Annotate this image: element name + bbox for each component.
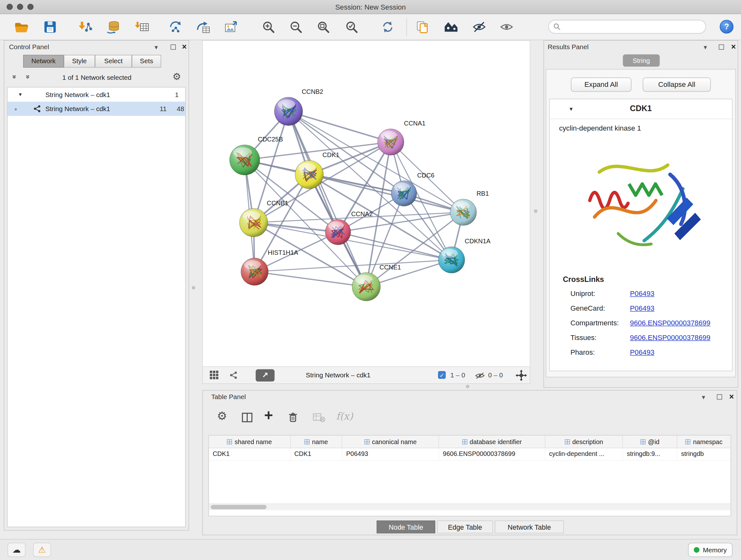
tab-sets[interactable]: Sets — [132, 55, 161, 68]
results-float-panel-icon[interactable] — [719, 44, 724, 50]
float-panel-icon[interactable] — [171, 44, 176, 50]
cell-description[interactable]: cyclin-dependent ... — [545, 448, 623, 460]
cell-namespace[interactable]: stringdb — [677, 448, 731, 460]
hidden-eye-slash-icon — [475, 372, 485, 379]
pharos-link[interactable]: P06493 — [630, 348, 655, 356]
show-columns-icon[interactable] — [242, 412, 253, 423]
network-from-selection-button[interactable] — [167, 18, 184, 36]
scrollbar-thumb[interactable] — [211, 505, 266, 509]
column-type-icon — [462, 439, 467, 444]
import-network-database-button[interactable] — [105, 18, 122, 36]
table-from-network-button[interactable] — [195, 18, 212, 36]
table-close-panel-icon[interactable]: × — [729, 394, 734, 399]
network-options-gear-icon[interactable]: ⚙ — [173, 72, 181, 81]
memory-button[interactable]: Memory — [688, 543, 732, 557]
refresh-view-button[interactable] — [379, 18, 396, 36]
tab-network-table[interactable]: Network Table — [495, 520, 564, 533]
collapse-all-button[interactable]: Collapse All — [643, 78, 711, 91]
compartments-label: Compartments: — [570, 319, 619, 327]
network-view-canvas[interactable]: CCNB2CCNA1CDC25BCDK1CDC6RB1CCNB1CCNA2CDK… — [202, 40, 530, 367]
export-image-icon — [223, 20, 238, 34]
table-header-row: shared name name canonical name database… — [209, 435, 731, 448]
network-collection-row[interactable]: ▼ String Network – cdk1 1 — [8, 87, 185, 102]
cloud-sync-button[interactable]: ☁ — [8, 543, 25, 557]
annotations-button[interactable] — [414, 18, 431, 36]
svg-text:CDC6: CDC6 — [417, 172, 434, 179]
zoom-selected-button[interactable] — [343, 18, 360, 36]
table-panel-menu-icon[interactable]: ▾ — [702, 393, 705, 401]
cell-name[interactable]: CDK1 — [290, 448, 342, 460]
open-session-button[interactable] — [13, 18, 30, 36]
svg-text:CCNE1: CCNE1 — [380, 264, 401, 271]
app-status-bar: ☁ ⚠ Memory — [0, 539, 741, 560]
results-close-panel-icon[interactable]: × — [731, 44, 736, 50]
network-row[interactable]: ● String Network – cdk1 11 48 — [8, 102, 185, 116]
protein-structure-image — [573, 139, 710, 269]
column-header-database-identifier[interactable]: database identifier — [439, 435, 545, 448]
warnings-button[interactable]: ⚠ — [33, 543, 51, 557]
search-input[interactable] — [563, 22, 701, 31]
import-network-file-button[interactable] — [77, 18, 93, 36]
cell-shared-name[interactable]: CDK1 — [209, 448, 291, 460]
expand-all-button[interactable]: Expand All — [571, 78, 631, 91]
column-header-description[interactable]: description — [545, 435, 623, 448]
delete-column-trash-icon[interactable] — [287, 411, 299, 424]
results-panel-menu-icon[interactable]: ▾ — [704, 44, 707, 51]
uniprot-link[interactable]: P06493 — [630, 289, 655, 297]
export-network-image-button[interactable] — [222, 18, 239, 36]
zoom-fit-button[interactable] — [315, 18, 332, 36]
zoom-out-button[interactable] — [287, 18, 304, 36]
memory-label: Memory — [703, 546, 727, 554]
zoom-in-button[interactable] — [260, 18, 277, 36]
tab-string[interactable]: String — [623, 54, 660, 67]
horizontal-splitter-handle[interactable] — [466, 385, 469, 388]
tab-select[interactable]: Select — [95, 55, 132, 68]
table-row[interactable]: CDK1 CDK1 P06493 9606.ENSP00000378699 cy… — [209, 448, 731, 461]
selected-indicator-checkbox[interactable]: ✓ — [438, 371, 446, 379]
tab-edge-table[interactable]: Edge Table — [437, 520, 493, 533]
column-header-id[interactable]: @id — [623, 435, 677, 448]
svg-text:CCNA1: CCNA1 — [404, 120, 426, 127]
window-title: Session: New Session — [0, 0, 741, 14]
open-in-browser-button[interactable]: ↗ — [256, 369, 274, 382]
string-network-graph[interactable]: CCNB2CCNA1CDC25BCDK1CDC6RB1CCNB1CCNA2CDK… — [203, 41, 530, 366]
show-all-button[interactable] — [498, 18, 515, 36]
table-horizontal-scrollbar[interactable] — [209, 503, 731, 510]
cell-id[interactable]: stringdb:9... — [623, 448, 677, 460]
network-view-title: String Network – cdk1 — [306, 367, 370, 383]
column-type-icon — [227, 439, 232, 444]
tab-node-table[interactable]: Node Table — [377, 520, 435, 533]
save-session-button[interactable] — [42, 18, 58, 36]
table-options-gear-icon[interactable]: ⚙ — [217, 411, 227, 421]
column-header-shared-name[interactable]: shared name — [209, 435, 291, 448]
tab-style[interactable]: Style — [64, 55, 95, 68]
tab-network[interactable]: Network — [23, 55, 64, 68]
compartments-link[interactable]: 9606.ENSP00000378699 — [630, 319, 711, 327]
close-panel-icon[interactable]: × — [182, 44, 187, 50]
panel-menu-icon[interactable]: ▾ — [154, 44, 158, 51]
genecard-link[interactable]: P06493 — [630, 304, 655, 312]
import-table-file-button[interactable] — [133, 18, 150, 36]
ndex-button[interactable] — [442, 18, 459, 36]
control-panel-title: Control Panel — [9, 43, 49, 51]
pharos-label: Pharos: — [570, 348, 595, 356]
equation-builder-icon-disabled: f(x) — [336, 410, 353, 422]
cell-canonical-name[interactable]: P06493 — [342, 448, 439, 460]
column-header-namespace[interactable]: namespac — [677, 435, 731, 448]
column-type-icon — [641, 439, 646, 444]
global-search-field[interactable] — [548, 20, 706, 34]
left-splitter-handle[interactable] — [192, 286, 195, 289]
right-splitter-handle[interactable] — [534, 209, 537, 212]
create-column-icon[interactable]: + — [264, 407, 273, 424]
column-header-name[interactable]: name — [290, 435, 342, 448]
tissues-link[interactable]: 9606.ENSP00000378699 — [630, 333, 711, 341]
network-type-icon[interactable] — [229, 371, 238, 379]
birds-eye-view-icon[interactable] — [209, 370, 219, 380]
table-float-panel-icon[interactable] — [717, 394, 722, 399]
help-button[interactable]: ? — [720, 20, 733, 34]
center-view-crosshair-icon[interactable] — [516, 370, 527, 381]
collection-collapse-icon[interactable]: ▼ — [18, 87, 23, 102]
column-header-canonical-name[interactable]: canonical name — [342, 435, 439, 448]
hide-selected-button[interactable] — [471, 18, 488, 36]
cell-database-identifier[interactable]: 9606.ENSP00000378699 — [439, 448, 545, 460]
